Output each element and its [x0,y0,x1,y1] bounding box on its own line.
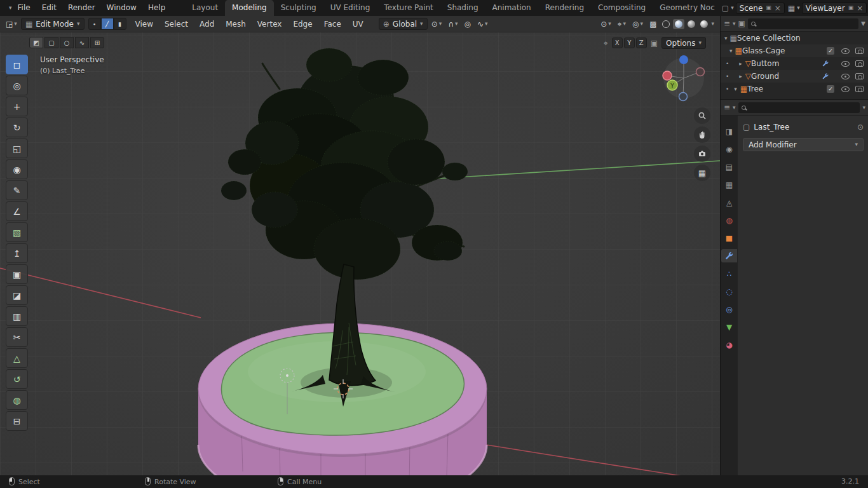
chevron-down-icon[interactable]: ▾ [733,21,736,27]
add-modifier-button[interactable]: Add Modifier ▾ [743,138,864,151]
outliner-row-glass-cage[interactable]: ▾ ▦ Glass-Cage ✓ [721,44,868,57]
tool-transform[interactable]: ◉ [6,159,28,179]
menu-uv[interactable]: UV [348,20,369,29]
face-select-button[interactable]: ▮ [114,18,126,30]
scene-chevron-down-icon[interactable]: ▾ [731,5,734,11]
shading-rendered-button[interactable] [698,19,710,29]
disclosure-icon[interactable]: ▾ [729,48,733,54]
menu-file[interactable]: File [12,0,36,16]
tool-cursor[interactable]: ◎ [6,76,28,95]
tool-smooth[interactable]: ◍ [6,390,28,410]
menu-mesh[interactable]: Mesh [220,20,251,29]
mirror-z-button[interactable]: Z [636,37,647,48]
modifier-wrench-icon[interactable] [822,60,829,67]
properties-tab-view-layer[interactable]: ▦ [721,178,737,191]
scene-icon[interactable]: ▢ [722,4,729,12]
workspace-tab-uv-editing[interactable]: UV Editing [323,0,377,16]
render-camera-icon[interactable] [855,48,864,54]
tool-extrude-region[interactable]: ↥ [6,243,28,263]
select-box-variant-button[interactable]: ▢ [44,37,58,48]
mode-dropdown[interactable]: ▦ Edit Mode ▾ [21,18,85,30]
select-circle-button[interactable]: ○ [60,37,74,48]
outliner-row-ground[interactable]: • ▸ ▽ Ground [721,70,868,83]
gizmo-x-neg-axis[interactable] [696,68,705,76]
falloff-button[interactable]: ∿ ▾ [475,20,491,29]
outliner-search-input[interactable] [759,20,855,28]
snap-button[interactable]: ∩ ▾ [445,20,460,29]
exclude-checkbox[interactable]: ✓ [827,85,834,93]
remove-viewlayer-icon[interactable]: × [857,4,863,12]
hide-eye-icon[interactable] [841,61,850,67]
menu-select[interactable]: Select [159,20,193,29]
display-mode-icon[interactable]: ▣ [738,20,745,27]
properties-editor-icon[interactable]: ≡ [724,104,730,111]
render-camera-icon[interactable] [855,60,864,67]
orientation-dropdown[interactable]: ⊕ Global ▾ [379,18,428,30]
tool-move[interactable]: + [6,97,28,116]
properties-tab-output[interactable]: ▤ [721,160,737,173]
properties-tab-object[interactable]: ■ [721,231,737,245]
tool-inset-faces[interactable]: ▣ [6,264,28,284]
render-camera-icon[interactable] [855,86,864,92]
properties-tab-physics[interactable]: ◌ [721,285,737,298]
workspace-tab-layout[interactable]: Layout [185,0,225,16]
render-camera-icon[interactable] [855,73,864,79]
menu-render[interactable]: Render [62,0,101,16]
shading-chevron-down-icon[interactable]: ▾ [711,21,714,27]
pivot-point-button[interactable]: ⊙ ▾ [429,20,445,29]
tool-annotate[interactable]: ✎ [6,180,28,200]
snap-settings-icon[interactable]: ▣ [651,39,658,47]
properties-tab-world[interactable]: ◍ [721,214,737,227]
properties-tab-modifiers[interactable] [721,249,737,262]
pan-button[interactable] [694,126,710,143]
new-scene-icon[interactable]: ▣ [766,5,771,11]
properties-tab-object-data[interactable]: ▼ [721,320,737,334]
workspace-tab-texture-paint[interactable]: Texture Paint [377,0,440,16]
tool-loop-cut[interactable]: ▥ [6,306,28,326]
tool-rotate[interactable]: ↻ [6,118,28,137]
tool-poly-build[interactable]: △ [6,348,28,368]
scene-field[interactable]: Scene ▣ × [736,3,785,14]
tool-knife[interactable]: ✂ [6,327,28,347]
menu-edge[interactable]: Edge [288,20,317,29]
shading-material-button[interactable] [686,19,697,29]
zoom-button[interactable] [694,107,710,124]
menu-edit[interactable]: Edit [36,0,62,16]
properties-tab-scene[interactable]: ◬ [721,196,737,209]
workspace-tab-rendering[interactable]: Rendering [538,0,591,16]
new-viewlayer-icon[interactable]: ▣ [848,5,854,11]
exclude-checkbox[interactable]: ✓ [827,47,834,55]
properties-tab-particles[interactable]: ∴ [721,267,737,280]
pin-icon[interactable]: ⊙ [857,123,864,131]
properties-tab-material[interactable]: ◕ [721,338,737,351]
tool-edge-slide[interactable]: ⊟ [6,411,28,431]
outliner-search[interactable] [748,18,858,29]
show-gizmo-button[interactable]: ⌖ ▾ [615,20,628,29]
disclosure-icon[interactable]: ▸ [739,61,742,67]
chevron-down-icon[interactable]: ▾ [733,105,736,111]
workspace-tab-shading[interactable]: Shading [440,0,485,16]
outliner-row-scene-collection[interactable]: ▾ ▦ Scene Collection [721,32,868,44]
outliner-editor-icon[interactable]: ≡ [724,20,730,27]
orthographic-toggle-button[interactable]: ▦ [694,165,710,181]
disclosure-icon[interactable]: ▸ [739,74,742,79]
menu-face[interactable]: Face [319,20,346,29]
tool-add-cube[interactable]: ▧ [6,222,28,242]
properties-tab-render[interactable]: ◉ [721,142,737,156]
mirror-y-button[interactable]: Y [624,37,635,48]
disclosure-icon[interactable]: ▾ [724,36,728,41]
workspace-tab-sculpting[interactable]: Sculpting [274,0,323,16]
outliner-row-buttom[interactable]: • ▸ ▽ Buttom [721,57,868,70]
tool-spin[interactable]: ↺ [6,369,28,389]
viewlayer-field[interactable]: ViewLayer ▣ × [802,3,867,14]
show-overlays-button[interactable]: ◎ ▾ [630,20,646,29]
tool-scale[interactable]: ◱ [6,139,28,158]
gizmo-z-neg-axis[interactable] [679,93,688,101]
viewlayer-chevron-down-icon[interactable]: ▾ [797,5,800,11]
hide-eye-icon[interactable] [841,48,850,54]
tool-select-box[interactable]: ◻ [6,55,28,74]
menu-add[interactable]: Add [194,20,219,29]
workspace-tab-modeling[interactable]: Modeling [225,0,274,16]
unlink-scene-icon[interactable]: × [775,4,781,12]
outliner-filter-funnel-icon[interactable]: ▼ [861,21,865,27]
